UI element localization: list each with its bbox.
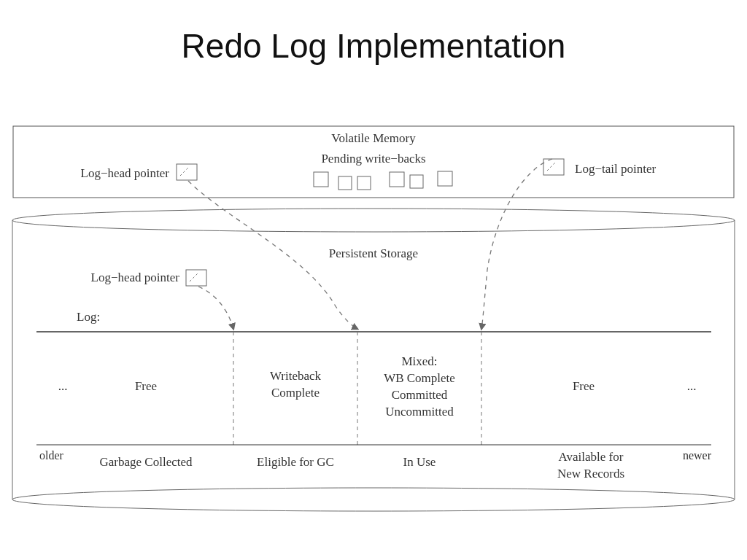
volatile-heading: Volatile Memory (331, 131, 415, 146)
svg-rect-5 (357, 176, 371, 190)
region-mixed: Mixed: WB Complete Committed Uncommitted (384, 354, 455, 421)
older-label: older (39, 449, 63, 462)
region-free-right: Free (573, 379, 595, 394)
newer-label: newer (683, 449, 711, 462)
state-inuse: In Use (403, 455, 436, 470)
log-label: Log: (77, 310, 100, 324)
svg-rect-2 (543, 159, 564, 175)
region-free-left: Free (135, 379, 157, 394)
svg-rect-3 (314, 172, 328, 187)
ellipsis-right: ... (687, 379, 697, 394)
persistent-heading: Persistent Storage (329, 246, 418, 261)
persistent-log-head-label: Log−head pointer (91, 271, 179, 285)
svg-point-10 (12, 488, 735, 511)
svg-rect-1 (177, 164, 197, 180)
svg-point-9 (12, 209, 735, 232)
svg-rect-8 (438, 171, 452, 186)
state-available: Available for New Records (557, 449, 624, 483)
volatile-log-head-label: Log−head pointer (81, 166, 169, 181)
ellipsis-left: ... (58, 379, 68, 394)
state-eligible: Eligible for GC (257, 455, 334, 470)
svg-rect-13 (186, 270, 206, 286)
region-writeback: Writeback Complete (270, 368, 321, 402)
svg-rect-6 (390, 172, 404, 187)
volatile-log-tail-label: Log−tail pointer (575, 162, 656, 176)
svg-rect-4 (338, 176, 352, 190)
svg-rect-7 (410, 175, 423, 188)
pending-writebacks-label: Pending write−backs (321, 152, 425, 166)
state-garbage: Garbage Collected (100, 455, 193, 470)
